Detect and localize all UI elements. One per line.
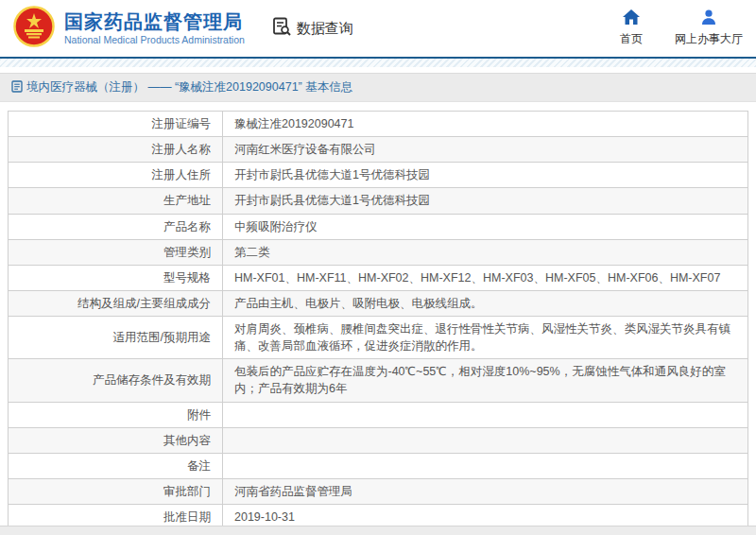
hatch-pattern-band	[0, 59, 756, 67]
table-row: 审批部门 河南省药品监督管理局	[9, 478, 748, 504]
site-title: 国家药品监督管理局	[64, 11, 245, 32]
table-row: 附件	[9, 402, 748, 427]
row-value: 第二类	[223, 239, 748, 265]
row-value: 开封市尉氏县优德大道1号优德科技园	[223, 188, 748, 214]
row-label: 注册人名称	[9, 137, 223, 163]
row-value: 对肩周炎、颈椎病、腰椎间盘突出症、退行性骨性关节病、风湿性关节炎、类风湿关节炎具…	[223, 317, 748, 359]
breadcrumb: 境内医疗器械（注册） —— “豫械注准20192090471” 基本信息	[0, 73, 756, 102]
table-row: 生产地址 开封市尉氏县优德大道1号优德科技园	[9, 188, 748, 214]
registration-info-table: 注册证编号 豫械注准20192090471 注册人名称 河南红米医疗设备有限公司…	[8, 111, 748, 535]
nav-online-hall[interactable]: 网上办事大厅	[675, 9, 743, 47]
table-row: 其他内容	[9, 427, 748, 453]
row-label: 管理类别	[9, 239, 223, 265]
nav-home[interactable]: 首页	[620, 9, 643, 47]
home-icon	[623, 9, 640, 28]
row-label: 审批部门	[9, 478, 223, 504]
table-row: 适用范围/预期用途 对肩周炎、颈椎病、腰椎间盘突出症、退行性骨性关节病、风湿性关…	[9, 317, 748, 359]
row-value: 包装后的产品应贮存在温度为-40℃~55℃，相对湿度10%~95%，无腐蚀性气体…	[223, 359, 748, 402]
table-row: 注册人住所 开封市尉氏县优德大道1号优德科技园	[9, 163, 748, 188]
row-value	[223, 427, 748, 453]
row-label: 生产地址	[9, 188, 223, 214]
row-label: 注册人住所	[9, 163, 223, 188]
table-row: 注册人名称 河南红米医疗设备有限公司	[9, 137, 748, 163]
data-query-label: 数据查询	[297, 20, 353, 38]
row-value: 开封市尉氏县优德大道1号优德科技园	[223, 163, 748, 188]
site-title-block: 国家药品监督管理局 National Medical Products Admi…	[64, 11, 245, 45]
row-label: 其他内容	[9, 427, 223, 453]
nav-online-hall-label: 网上办事大厅	[675, 31, 743, 47]
person-icon	[700, 9, 717, 28]
table-row: 产品名称 中频吸附治疗仪	[9, 214, 748, 239]
table-row: 备注	[9, 453, 748, 478]
breadcrumb-text: 境内医疗器械（注册） —— “豫械注准20192090471” 基本信息	[26, 79, 352, 95]
footer-strip	[0, 526, 756, 535]
row-label: 结构及组成/主要组成成分	[9, 290, 223, 316]
document-search-icon	[271, 16, 292, 41]
page-header: 国家药品监督管理局 National Medical Products Admi…	[0, 0, 756, 57]
row-label: 附件	[9, 402, 223, 427]
data-query-section[interactable]: 数据查询	[271, 16, 353, 41]
row-label: 型号规格	[9, 265, 223, 290]
table-row: 结构及组成/主要组成成分 产品由主机、电极片、吸附电极、电极线组成。	[9, 290, 748, 316]
row-value: 产品由主机、电极片、吸附电极、电极线组成。	[223, 290, 748, 316]
row-value: 豫械注准20192090471	[223, 112, 748, 137]
row-value	[223, 453, 748, 478]
row-label: 注册证编号	[9, 112, 223, 137]
nav-home-label: 首页	[620, 31, 643, 47]
row-label: 备注	[9, 453, 223, 478]
row-value: HM-XF01、HM-XF11、HM-XF02、HM-XF12、HM-XF03、…	[223, 265, 748, 290]
row-value: 河南红米医疗设备有限公司	[223, 137, 748, 163]
table-row: 注册证编号 豫械注准20192090471	[9, 112, 748, 137]
table-row: 管理类别 第二类	[9, 239, 748, 265]
national-emblem-logo	[13, 6, 55, 51]
table-row: 产品储存条件及有效期 包装后的产品应贮存在温度为-40℃~55℃，相对湿度10%…	[9, 359, 748, 402]
row-value: 中频吸附治疗仪	[223, 214, 748, 239]
document-icon	[11, 80, 23, 95]
row-label: 产品储存条件及有效期	[9, 359, 223, 402]
row-label: 产品名称	[9, 214, 223, 239]
table-row: 型号规格 HM-XF01、HM-XF11、HM-XF02、HM-XF12、HM-…	[9, 265, 748, 290]
main-content: 注册证编号 豫械注准20192090471 注册人名称 河南红米医疗设备有限公司…	[0, 102, 756, 535]
row-value	[223, 402, 748, 427]
site-subtitle: National Medical Products Administration	[64, 34, 245, 45]
row-label: 适用范围/预期用途	[9, 317, 223, 359]
row-value: 河南省药品监督管理局	[223, 478, 748, 504]
